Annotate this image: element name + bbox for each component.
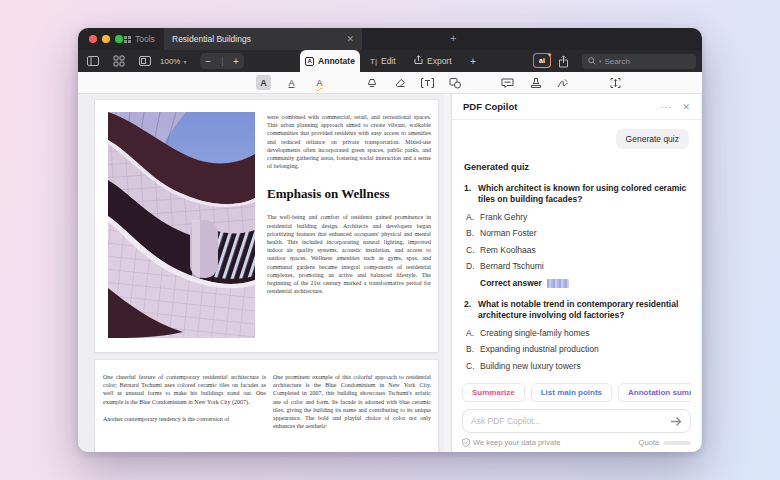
- edit-text-icon: T|: [370, 57, 377, 66]
- titlebar: Tools Residential Buildings ✕ +: [78, 28, 702, 50]
- zoom-level-control[interactable]: 100% ▾: [160, 50, 186, 72]
- search-scope-chevron-icon: ▾: [599, 58, 602, 64]
- quiz-title: Generated quiz: [464, 162, 689, 172]
- main-toolbar: 100% ▾ − + A Annotate T| Edit Export + a…: [78, 50, 702, 72]
- more-options-icon[interactable]: ···: [660, 102, 672, 112]
- quiz-option: B.Expanding industrial production: [466, 344, 689, 354]
- quiz-option: C.Building new luxury towers: [466, 361, 689, 371]
- search-icon: [588, 57, 596, 65]
- quiz-option: B.Norman Foster: [466, 228, 689, 238]
- question-text: Which architect is known for using color…: [478, 183, 689, 205]
- new-tab-button[interactable]: +: [450, 32, 456, 44]
- add-mode-button[interactable]: +: [470, 50, 476, 72]
- shapes-tool-icon[interactable]: [448, 75, 463, 90]
- document-tab-title: Residential Buildings: [172, 34, 346, 44]
- page2-col2-paragraph-1: One prominent example of this colorful a…: [273, 373, 431, 430]
- tab-edit-label: Edit: [381, 56, 396, 66]
- quiz-option: A.Frank Gehry: [466, 212, 689, 222]
- signature-tool-icon[interactable]: [556, 75, 571, 90]
- highlighter-pen-tool-icon[interactable]: [364, 75, 379, 90]
- option-text: Norman Foster: [480, 228, 537, 238]
- question-text: What is notable trend in contemporary re…: [478, 299, 689, 321]
- search-input[interactable]: ▾ Search: [582, 54, 696, 69]
- zoom-stepper: − +: [200, 53, 244, 69]
- zoom-out-button[interactable]: −: [205, 56, 211, 67]
- zoom-window-button[interactable]: [115, 35, 123, 43]
- question-number: 2.: [464, 299, 474, 321]
- highlight-tool-icon[interactable]: A: [256, 75, 271, 90]
- thumbnail-grid-icon[interactable]: [113, 55, 125, 67]
- user-message-bubble: Generate quiz: [616, 129, 689, 149]
- correct-answer-label: Correct answer: [480, 278, 542, 288]
- page1-paragraph-2: The well-being and comfort of residents …: [267, 213, 431, 295]
- tools-menu[interactable]: Tools: [124, 28, 155, 50]
- share-button[interactable]: [558, 54, 569, 72]
- tab-annotate-label: Annotate: [318, 56, 355, 66]
- document-viewport[interactable]: were combined with commercial, retail, a…: [78, 94, 451, 452]
- tab-annotate[interactable]: A Annotate: [300, 50, 360, 72]
- page-layout-icon[interactable]: [139, 55, 151, 67]
- quick-action-chips: Summarize List main points Annotation su…: [462, 383, 691, 402]
- add-mode-label: +: [470, 56, 476, 67]
- option-text: Building new luxury towers: [480, 361, 581, 371]
- minimize-window-button[interactable]: [102, 35, 110, 43]
- chip-summarize[interactable]: Summarize: [462, 383, 525, 402]
- pdf-page-1[interactable]: were combined with commercial, retail, a…: [95, 100, 438, 352]
- close-tab-icon[interactable]: ✕: [346, 35, 354, 44]
- annotate-icon: A: [305, 57, 314, 66]
- underline-tool-icon[interactable]: A: [284, 75, 299, 90]
- copilot-header: PDF Copilot ··· ✕: [452, 94, 701, 120]
- question-number: 1.: [464, 183, 474, 205]
- ai-assistant-button[interactable]: ai ✦: [533, 53, 551, 68]
- option-text: Expanding industrial production: [480, 344, 599, 354]
- tab-export[interactable]: Export: [414, 50, 452, 72]
- sidebar-panel-icon[interactable]: [87, 55, 99, 67]
- traffic-lights: [89, 35, 123, 43]
- option-letter: C.: [466, 361, 476, 371]
- pdf-copilot-panel: PDF Copilot ··· ✕ Generate quiz Generate…: [451, 94, 701, 452]
- close-window-button[interactable]: [89, 35, 97, 43]
- close-panel-icon[interactable]: ✕: [682, 102, 690, 112]
- quiz-question-1: 1. Which architect is known for using co…: [464, 183, 689, 205]
- page1-heading: Emphasis on Wellness: [267, 186, 431, 202]
- copilot-conversation[interactable]: Generate quiz Generated quiz 1. Which ar…: [452, 120, 701, 377]
- page1-paragraph-1: were combined with commercial, retail, a…: [267, 113, 431, 170]
- option-letter: B.: [466, 228, 476, 238]
- privacy-note-text: We keep your data private: [473, 438, 560, 447]
- tools-grid-icon: [124, 36, 131, 43]
- sparkle-icon: ✦: [547, 51, 552, 58]
- tab-export-label: Export: [427, 56, 452, 66]
- comment-tool-icon[interactable]: [500, 75, 515, 90]
- quota-label: Quota: [639, 438, 659, 447]
- option-letter: A.: [466, 212, 476, 222]
- eraser-tool-icon[interactable]: [392, 75, 407, 90]
- annotation-toolbar: A A A: [78, 72, 702, 94]
- quiz-option: C.Rem Koolhaas: [466, 245, 689, 255]
- tab-edit[interactable]: T| Edit: [370, 50, 396, 72]
- send-icon[interactable]: [670, 416, 682, 427]
- quota-bar: [663, 441, 691, 445]
- stamp-tool-icon[interactable]: [528, 75, 543, 90]
- option-letter: C.: [466, 245, 476, 255]
- quiz-option: A.Creating single-family homes: [466, 328, 689, 338]
- copilot-footer: Summarize List main points Annotation su…: [452, 377, 701, 452]
- app-window: Tools Residential Buildings ✕ + 100% ▾ −…: [78, 28, 702, 452]
- select-area-tool-icon[interactable]: [608, 75, 623, 90]
- text-box-tool-icon[interactable]: [420, 75, 435, 90]
- copilot-prompt-input[interactable]: Ask PDF Copilot...: [462, 409, 691, 433]
- quota-indicator[interactable]: Quota: [639, 438, 691, 447]
- option-text: Frank Gehry: [480, 212, 527, 222]
- zoom-in-button[interactable]: +: [233, 56, 239, 67]
- document-scrollbar[interactable]: [444, 94, 450, 452]
- pdf-page-2[interactable]: One cheerful feature of contemporary res…: [95, 360, 438, 452]
- page2-col1-paragraph-2: Another contemporary tendency is the con…: [103, 415, 266, 423]
- option-letter: B.: [466, 344, 476, 354]
- document-tab[interactable]: Residential Buildings ✕: [164, 28, 362, 50]
- squiggly-underline-tool-icon[interactable]: A: [312, 75, 327, 90]
- chip-list-main-points[interactable]: List main points: [531, 383, 612, 402]
- zoom-level-value: 100%: [160, 57, 180, 66]
- tools-label: Tools: [135, 34, 155, 44]
- option-text: Creating single-family homes: [480, 328, 590, 338]
- chevron-down-icon: ▾: [183, 58, 186, 65]
- chip-annotation-summary[interactable]: Annotation summary: [618, 383, 691, 402]
